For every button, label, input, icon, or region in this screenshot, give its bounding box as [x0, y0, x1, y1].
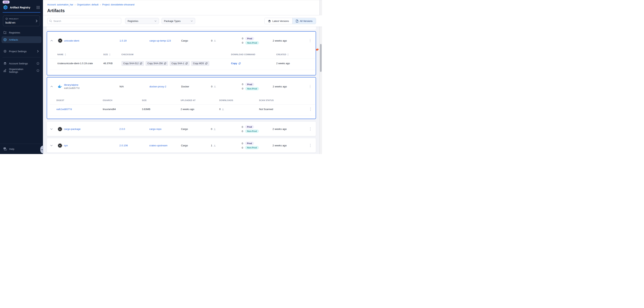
sidebar-item-registries[interactable]: Registries: [2, 29, 42, 36]
sidebar-item-label: Organization Settings: [9, 68, 32, 73]
artifact-repository-link[interactable]: crates-upstream: [149, 144, 181, 147]
latest-versions-label: Latest Versions: [272, 20, 289, 23]
row-actions-menu[interactable]: [309, 143, 312, 148]
file-name: /cratesunicode-ident-1.0.19.crate: [57, 62, 103, 65]
artifact-name-link[interactable]: syn: [64, 144, 68, 147]
chevron-right-icon: [36, 50, 40, 52]
manifest-actions-menu[interactable]: [310, 107, 312, 111]
artifact-name-link[interactable]: cargo-package: [64, 128, 80, 130]
sidebar-item-account-settings[interactable]: Account Settings: [2, 60, 42, 67]
artifact-repository-link[interactable]: cargo-up-temp-123: [150, 39, 181, 42]
artifact-card-syn: syn 2.0.106 crates-upstream Cargo 1 0 Pr…: [47, 138, 316, 153]
copy-sha256-button[interactable]: Copy SHA-256: [146, 61, 168, 66]
artifact-repository-link[interactable]: docker-proxy-2: [150, 85, 181, 88]
cargo-package-icon: [58, 127, 62, 131]
package-type: Cargo: [181, 128, 211, 130]
package-type: Cargo: [181, 39, 211, 42]
column-header-os-arch: OS/ARCH: [103, 99, 142, 101]
artifact-repository-link[interactable]: cargo-repo: [149, 128, 181, 130]
expand-row-button[interactable]: [50, 145, 58, 146]
scrollbar-thumb[interactable]: [320, 44, 322, 72]
registries-filter-dropdown[interactable]: Registries: [125, 18, 159, 24]
artifact-summary-row: unicode-ident 1.0.19 cargo-up-temp-123 C…: [47, 32, 316, 50]
project-cube-icon: [6, 18, 8, 20]
non-prod-count: 0: [242, 41, 243, 44]
copy-sha512-button[interactable]: Copy SHA-512: [122, 61, 144, 66]
app-switcher-grid-icon[interactable]: [36, 6, 40, 9]
environment-counts: 0 Prod 0 Non-Prod: [242, 37, 273, 45]
artifact-digest-short: eafc1edb577d: [64, 87, 80, 89]
chevron-down-icon: [191, 20, 193, 22]
prod-badge: Prod: [245, 125, 254, 128]
app-title: Artifact Registry: [10, 6, 36, 9]
column-header-name[interactable]: NAME: [57, 53, 103, 56]
copy-icon: [238, 62, 241, 65]
docker-package-icon: [58, 84, 62, 89]
row-actions-menu[interactable]: [309, 84, 311, 89]
package-type: Cargo: [181, 144, 211, 147]
artifact-version-link[interactable]: 1.0.19: [120, 39, 150, 42]
version-files-table: NAME SIZE CHECKSUM DOWNLOAD COMMAND CREA…: [47, 50, 316, 70]
row-actions-menu[interactable]: [309, 38, 311, 43]
column-header-download-command: DOWNLOAD COMMAND: [231, 53, 276, 56]
artifact-version-link[interactable]: 2.0.106: [119, 144, 149, 147]
file-size: 46.37KB: [103, 62, 122, 65]
brand-underline: [2, 12, 40, 13]
collapse-row-button[interactable]: [50, 86, 58, 87]
cargo-package-icon: [58, 143, 62, 148]
prod-count: 0: [242, 37, 243, 40]
sidebar-item-label: Account Settings: [9, 62, 28, 65]
non-prod-count: 0: [242, 87, 243, 90]
info-icon[interactable]: [36, 69, 40, 72]
sidebar-collapse-handle[interactable]: ◀: [40, 145, 43, 153]
digest-link[interactable]: eafc1edb577d: [56, 108, 103, 111]
artifact-summary-row: cargo-package 2.0.0 cargo-repo Cargo 0 0…: [47, 122, 316, 136]
breadcrumb-project-link[interactable]: Project: donotdelete-shivanand: [102, 3, 134, 6]
column-header-digest: DIGEST: [56, 99, 103, 101]
download-icon: [214, 144, 216, 147]
breadcrumb-organization-link[interactable]: Organization: default: [77, 3, 98, 6]
column-header-size: SIZE: [142, 99, 180, 101]
prod-badge: Prod: [245, 83, 254, 86]
info-icon[interactable]: [36, 62, 40, 65]
column-header-size[interactable]: SIZE: [103, 53, 122, 56]
expand-row-button[interactable]: [50, 128, 58, 130]
os-arch: linux/amd64: [103, 108, 142, 111]
download-icon: [222, 108, 224, 110]
latest-versions-button[interactable]: Latest Versions: [265, 18, 292, 24]
checksum-buttons: Copy SHA-512 Copy SHA-256 Copy SHA-1: [122, 61, 231, 66]
column-header-created[interactable]: CREATED: [276, 53, 314, 56]
sidebar-item-project-settings[interactable]: Project Settings: [2, 48, 42, 55]
project-selector[interactable]: PROJECT build-en: [3, 16, 40, 26]
artifact-name-link[interactable]: library/alpine: [64, 83, 80, 86]
registries-filter-label: Registries: [128, 20, 138, 23]
copy-icon: [205, 62, 208, 65]
created-at: 2 weeks ago: [272, 144, 304, 147]
collapse-row-button[interactable]: [50, 40, 58, 42]
search-input[interactable]: [54, 20, 119, 23]
artifact-version-link[interactable]: 2.0.0: [119, 128, 149, 130]
artifact-name-link[interactable]: unicode-ident: [64, 39, 79, 42]
artifacts-list: unicode-ident 1.0.19 cargo-up-temp-123 C…: [43, 27, 322, 154]
help-chat-icon: ?: [3, 147, 7, 151]
copy-md5-button[interactable]: Copy MD5: [191, 61, 209, 66]
download-icon: [214, 85, 216, 88]
non-prod-count: 0: [242, 146, 243, 149]
partially-scrolled-card: [47, 27, 316, 30]
file-created: 2 weeks ago: [276, 62, 314, 65]
layers-gear-icon: [3, 62, 7, 65]
all-versions-button[interactable]: All Versions: [292, 18, 316, 24]
sidebar-item-organization-settings[interactable]: Organization Settings: [2, 67, 42, 74]
breadcrumb-account-link[interactable]: Account: automation_har: [47, 3, 73, 6]
package-types-filter-dropdown[interactable]: Package Types: [162, 18, 195, 24]
sidebar-item-artifacts[interactable]: Artifacts: [2, 36, 42, 43]
sort-icon: [287, 54, 289, 56]
sidebar-item-label: Registries: [9, 31, 20, 34]
help-button[interactable]: ? Help: [0, 144, 43, 154]
copy-download-command-link[interactable]: Copy: [231, 62, 276, 65]
copy-sha1-button[interactable]: Copy SHA-1: [170, 61, 190, 66]
row-actions-menu[interactable]: [309, 127, 312, 131]
artifact-card-cargo-package: cargo-package 2.0.0 cargo-repo Cargo 0 0…: [47, 121, 316, 136]
non-prod-badge: Non-Prod: [245, 146, 259, 149]
project-label: PROJECT: [9, 18, 19, 20]
